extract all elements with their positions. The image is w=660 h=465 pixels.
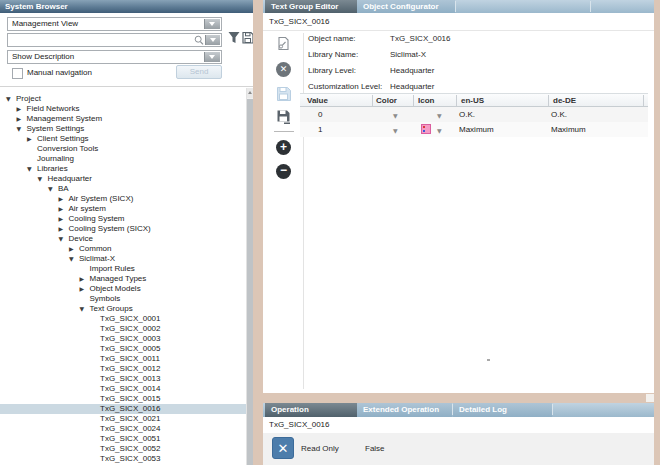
filter-icon[interactable] <box>228 31 240 46</box>
expand-icon[interactable]: ▶ <box>59 194 69 204</box>
tree-item-object-models[interactable]: ▶Object Models <box>0 284 246 294</box>
tree-item-txg-sicx-0005[interactable]: TxG_SICX_0005 <box>0 344 246 354</box>
tree-scrollbar[interactable] <box>246 88 253 465</box>
collapse-icon[interactable]: ▼ <box>80 304 90 314</box>
expand-icon[interactable]: ▶ <box>69 244 79 254</box>
tree-item-text-groups[interactable]: ▼Text Groups <box>0 304 246 314</box>
expand-icon[interactable]: ▶ <box>80 284 90 294</box>
tree-item-txg-sicx-0052[interactable]: TxG_SICX_0052 <box>0 444 246 454</box>
expand-icon[interactable]: ▶ <box>17 114 27 124</box>
tab-detailed-log[interactable]: Detailed Log <box>453 403 552 417</box>
color-dropdown-icon[interactable]: ▼ <box>393 108 398 123</box>
tree-item-txg-sicx-0002[interactable]: TxG_SICX_0002 <box>0 324 246 334</box>
tree-item-txg-sicx-0015[interactable]: TxG_SICX_0015 <box>0 394 246 404</box>
tree-item-import-rules[interactable]: Import Rules <box>0 264 246 274</box>
save-icon[interactable] <box>276 86 291 101</box>
tree-item-cooling-system[interactable]: ▶Cooling System <box>0 214 246 224</box>
tree-item-cooling-system-sicx-[interactable]: ▶Cooling System (SICX) <box>0 224 246 234</box>
view-selector-dropdown[interactable]: Management View <box>7 17 222 31</box>
chevron-down-icon[interactable] <box>204 52 220 62</box>
collapse-icon[interactable]: ▼ <box>6 94 16 104</box>
column-divider[interactable] <box>456 95 457 106</box>
expand-icon[interactable]: ▶ <box>17 104 27 114</box>
tree-item-client-settings[interactable]: ▶Client Settings <box>0 134 246 144</box>
tree-item-libraries[interactable]: ▼Libraries <box>0 164 246 174</box>
tree-item-txg-sicx-0051[interactable]: TxG_SICX_0051 <box>0 434 246 444</box>
tree-item-txg-sicx-0012[interactable]: TxG_SICX_0012 <box>0 364 246 374</box>
collapse-icon[interactable]: ▼ <box>27 164 37 174</box>
document-edit-icon[interactable] <box>276 36 291 51</box>
tree-item-label: Libraries <box>37 164 68 174</box>
tree-item-txg-sicx-0014[interactable]: TxG_SICX_0014 <box>0 384 246 394</box>
tree-item-txg-sicx-0003[interactable]: TxG_SICX_0003 <box>0 334 246 344</box>
tree-item-txg-sicx-0011[interactable]: TxG_SICX_0011 <box>0 354 246 364</box>
tree-item-field-networks[interactable]: ▶Field Networks <box>0 104 246 114</box>
color-dropdown-icon[interactable]: ▼ <box>393 123 398 138</box>
read-only-toggle-icon[interactable]: ✕ <box>272 437 294 459</box>
state-image-icon[interactable] <box>421 124 431 134</box>
column-divider[interactable] <box>643 95 644 106</box>
send-button[interactable]: Send <box>176 65 222 79</box>
cancel-icon[interactable]: ✕ <box>276 62 291 77</box>
tree-item-txg-sicx-0053[interactable]: TxG_SICX_0053 <box>0 454 246 464</box>
tree-item-siclimat-x[interactable]: ▼Siclimat-X <box>0 254 246 264</box>
tab-text-group-editor[interactable]: Text Group Editor <box>265 0 357 13</box>
expand-icon[interactable]: ▶ <box>59 224 69 234</box>
tree-item-label: TxG_SICX_0016 <box>100 404 160 414</box>
tree-item-device[interactable]: ▼Device <box>0 234 246 244</box>
tree-item-symbols[interactable]: Symbols <box>0 294 246 304</box>
tree-item-system-settings[interactable]: ▼System Settings <box>0 124 246 134</box>
tree-item-ba[interactable]: ▼BA <box>0 184 246 194</box>
tree-item-label: System Settings <box>27 124 85 134</box>
tree-item-txg-sicx-0001[interactable]: TxG_SICX_0001 <box>0 314 246 324</box>
column-divider[interactable] <box>548 95 549 106</box>
collapse-icon[interactable]: ▼ <box>17 124 27 134</box>
tree-item-txg-sicx-0016[interactable]: TxG_SICX_0016 <box>0 404 246 414</box>
tree-item-management-system[interactable]: ▶Management System <box>0 114 246 124</box>
tree-item-project[interactable]: ▼Project <box>0 94 246 104</box>
table-row[interactable]: 1 ▼ ▼ Maximum Maximum <box>300 122 648 137</box>
tree-item-txg-sicx-0013[interactable]: TxG_SICX_0013 <box>0 374 246 384</box>
collapse-icon[interactable]: ▼ <box>48 184 58 194</box>
vertical-splitter[interactable] <box>253 0 263 465</box>
add-row-icon[interactable]: + <box>276 140 291 155</box>
tree-item-managed-types[interactable]: ▶Managed Types <box>0 274 246 284</box>
tree-item-txg-sicx-0021[interactable]: TxG_SICX_0021 <box>0 414 246 424</box>
column-divider[interactable] <box>413 95 414 106</box>
cell-en-us: Maximum <box>459 122 494 137</box>
chevron-down-icon[interactable] <box>204 19 220 29</box>
save-as-icon[interactable] <box>276 109 291 124</box>
expand-icon[interactable]: ▶ <box>59 214 69 224</box>
column-header: Value <box>307 95 328 107</box>
column-divider[interactable] <box>372 95 373 106</box>
search-input[interactable] <box>9 35 192 45</box>
tab-operation[interactable]: Operation <box>265 403 357 417</box>
icon-dropdown-icon[interactable]: ▼ <box>437 123 442 138</box>
collapse-icon[interactable]: ▼ <box>38 174 48 184</box>
tree-item-common[interactable]: ▶Common <box>0 244 246 254</box>
tab-extended-operation[interactable]: Extended Operation <box>357 403 452 417</box>
remove-row-icon[interactable]: − <box>276 164 291 179</box>
collapse-icon[interactable]: ▼ <box>69 254 79 264</box>
collapse-icon[interactable]: ▼ <box>59 234 69 244</box>
tree-item-air-system-sicx-[interactable]: ▶Air System (SICX) <box>0 194 246 204</box>
application-window: System Browser Management View Show Desc… <box>0 0 660 465</box>
field-label: Object name: <box>308 34 356 43</box>
description-selector-dropdown[interactable]: Show Description <box>7 50 222 64</box>
manual-navigation-checkbox[interactable] <box>12 68 23 79</box>
tree-item-air-system[interactable]: ▶Air system <box>0 204 246 214</box>
horizontal-splitter[interactable] <box>263 393 654 403</box>
tree-item-txg-sicx-0024[interactable]: TxG_SICX_0024 <box>0 424 246 434</box>
search-dropdown-icon[interactable] <box>205 35 220 45</box>
expand-icon[interactable]: ▶ <box>27 134 37 144</box>
expand-icon[interactable]: ▶ <box>59 204 69 214</box>
expand-icon[interactable]: ▶ <box>80 274 90 284</box>
tab-object-configurator[interactable]: Object Configurator <box>357 0 455 13</box>
tree-item-journaling[interactable]: Journaling <box>0 154 246 164</box>
search-box[interactable] <box>7 33 222 47</box>
tree-item-headquarter[interactable]: ▼Headquarter <box>0 174 246 184</box>
icon-dropdown-icon[interactable]: ▼ <box>437 108 442 123</box>
tree-item-conversion-tools[interactable]: Conversion Tools <box>0 144 246 154</box>
tree-item-label: BA <box>58 184 69 194</box>
table-row[interactable]: 0 ▼ ▼ O.K. O.K. <box>300 107 648 122</box>
